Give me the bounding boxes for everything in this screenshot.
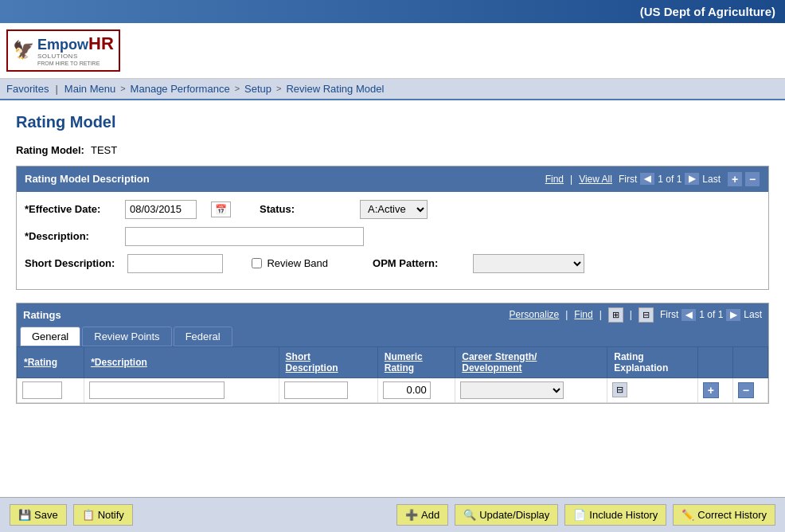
row-description-input[interactable]: [89, 381, 225, 399]
panel-nav: First ◀ 1 of 1 ▶ Last: [619, 173, 721, 185]
ratings-table: *Rating *Description ShortDescription Nu…: [17, 346, 768, 403]
calendar-btn[interactable]: 📅: [211, 201, 231, 217]
sep2: |: [565, 309, 568, 320]
effective-date-row: *Effective Date: 📅 Status: A:Active I:In…: [25, 200, 760, 219]
opm-pattern-select[interactable]: [473, 254, 584, 273]
ratings-find-link[interactable]: Find: [574, 309, 592, 320]
short-desc-input[interactable]: [127, 254, 223, 273]
logo-solutions: SOLUTIONS: [37, 53, 114, 61]
tab-federal[interactable]: Federal: [174, 327, 232, 346]
page-title: Rating Model: [16, 113, 769, 131]
row-remove-cell: −: [732, 377, 767, 402]
nav-sep1: |: [55, 83, 57, 95]
description-panel-title: Rating Model Description: [25, 173, 150, 185]
numeric-rating-input[interactable]: [383, 381, 431, 399]
explanation-icon-btn[interactable]: ⊟: [612, 382, 627, 397]
remove-row-btn[interactable]: −: [744, 171, 760, 187]
ratings-panel-header: Ratings Personalize | Find | ⊞ | ⊟ First…: [17, 303, 768, 327]
nav-manage-performance[interactable]: Manage Performance: [131, 83, 230, 95]
grid-icon-btn[interactable]: ⊞: [608, 307, 623, 323]
description-panel-body: *Effective Date: 📅 Status: A:Active I:In…: [17, 192, 768, 289]
sep4: |: [630, 309, 632, 320]
status-label: Status:: [260, 203, 347, 215]
ratings-last: Last: [744, 309, 762, 320]
career-strength-select[interactable]: [460, 381, 564, 399]
agency-name: (US Dept of Agriculture): [640, 5, 775, 18]
tab-review-points[interactable]: Review Points: [82, 327, 171, 346]
nav-favorites[interactable]: Favorites: [6, 83, 49, 95]
col-short-desc: ShortDescription: [279, 346, 377, 377]
col-career-strength-link[interactable]: Career Strength/Development: [462, 351, 537, 374]
col-short-desc-link[interactable]: ShortDescription: [286, 351, 338, 374]
ratings-prev-btn[interactable]: ◀: [682, 309, 696, 321]
view-all-link[interactable]: View All: [579, 174, 612, 185]
col-rating-link[interactable]: *Rating: [24, 357, 57, 368]
nav-main-menu[interactable]: Main Menu: [64, 83, 115, 95]
first-label: First: [619, 174, 637, 185]
ratings-panel-controls: Personalize | Find | ⊞ | ⊟ First ◀ 1 of …: [510, 307, 762, 323]
logo-tagline: FROM HIRE TO RETIRE: [37, 61, 114, 67]
review-band-checkbox[interactable]: [252, 258, 262, 268]
settings-icon-btn[interactable]: ⊟: [639, 307, 654, 323]
short-desc-row: Short Description: Review Band OPM Patte…: [25, 254, 760, 273]
add-remove-btns: + −: [727, 171, 760, 187]
col-numeric-rating-link[interactable]: NumericRating: [385, 351, 423, 374]
page-info: 1 of 1: [658, 174, 682, 185]
row-add-btn[interactable]: +: [703, 382, 719, 398]
logo-empow: Empow: [37, 37, 88, 53]
ratings-nav: First ◀ 1 of 1 ▶ Last: [660, 309, 762, 321]
ratings-tabs: General Review Points Federal: [17, 327, 768, 346]
next-page-btn[interactable]: ▶: [685, 173, 699, 185]
description-row: *Description:: [25, 227, 760, 246]
rating-model-value: TEST: [91, 144, 117, 156]
row-remove-btn[interactable]: −: [738, 382, 754, 398]
ratings-panel: Ratings Personalize | Find | ⊞ | ⊟ First…: [16, 303, 769, 404]
career-strength-cell: [455, 377, 607, 402]
rating-model-row: Rating Model: TEST: [16, 144, 769, 156]
description-panel-header: Rating Model Description Find | View All…: [17, 166, 768, 192]
col-career-strength: Career Strength/Development: [455, 346, 607, 377]
description-cell: [84, 377, 279, 402]
logo: 🦅 EmpowHR SOLUTIONS FROM HIRE TO RETIRE: [0, 26, 135, 75]
rating-cell: [18, 377, 84, 402]
find-link[interactable]: Find: [545, 174, 564, 185]
short-desc-label: Short Description:: [25, 257, 115, 269]
description-panel-controls: Find | View All First ◀ 1 of 1 ▶ Last + …: [545, 171, 760, 187]
tab-general[interactable]: General: [20, 327, 80, 346]
status-select[interactable]: A:Active I:Inactive: [360, 200, 428, 219]
col-description: *Description: [84, 346, 279, 377]
col-description-link[interactable]: *Description: [91, 357, 147, 368]
effective-date-input[interactable]: [125, 200, 197, 219]
nav-setup[interactable]: Setup: [244, 83, 271, 95]
personalize-link[interactable]: Personalize: [510, 309, 560, 320]
ratings-first: First: [660, 309, 678, 320]
short-desc-cell: [279, 377, 377, 402]
col-actions: [697, 346, 732, 377]
numeric-rating-cell: [377, 377, 455, 402]
row-add-cell: +: [697, 377, 732, 402]
opm-pattern-label: OPM Pattern:: [373, 257, 460, 269]
row-short-desc-input[interactable]: [284, 381, 348, 399]
col-rating: *Rating: [18, 346, 84, 377]
nav-arrow2: >: [235, 84, 240, 93]
ratings-page-info: 1 of 1: [699, 309, 723, 320]
add-row-btn[interactable]: +: [727, 171, 743, 187]
rating-explanation-cell: ⊟: [607, 377, 698, 402]
page-content: Rating Model Rating Model: TEST Rating M…: [0, 100, 785, 417]
sep3: |: [599, 309, 602, 320]
rating-input[interactable]: [22, 381, 62, 399]
col-numeric-rating: NumericRating: [377, 346, 455, 377]
eagle-icon: 🦅: [13, 40, 34, 61]
separator1: |: [570, 174, 572, 185]
col-rating-explanation: RatingExplanation: [607, 346, 698, 377]
ratings-panel-title: Ratings: [23, 309, 61, 321]
rating-model-label: Rating Model:: [16, 144, 84, 156]
nav-review-rating-model[interactable]: Review Rating Model: [286, 83, 384, 95]
ratings-next-btn[interactable]: ▶: [726, 309, 740, 321]
description-input[interactable]: [125, 227, 364, 246]
nav-arrow1: >: [120, 84, 125, 93]
prev-page-btn[interactable]: ◀: [640, 173, 654, 185]
table-row: ⊟ + −: [18, 377, 768, 402]
agency-header: (US Dept of Agriculture): [0, 0, 785, 23]
nav-arrow3: >: [276, 84, 281, 93]
